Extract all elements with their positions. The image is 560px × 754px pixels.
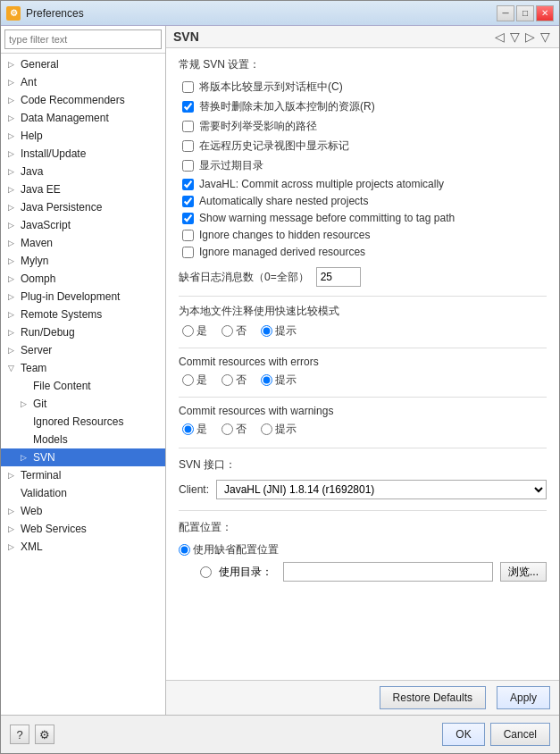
config-default-radio[interactable] (179, 544, 190, 556)
sidebar-item-maven[interactable]: ▷ Maven (1, 234, 165, 252)
sidebar-item-javascript[interactable]: ▷ JavaScript (1, 216, 165, 234)
sidebar-item-web[interactable]: ▷ Web (1, 502, 165, 520)
commit-errors-radio-no[interactable] (221, 374, 233, 386)
checkbox-label-cb7: Automatically share nested projects (199, 195, 368, 207)
checkbox-cb4[interactable] (182, 140, 194, 152)
checkbox-cb6[interactable] (182, 179, 194, 190)
sidebar-item-validation[interactable]: Validation (1, 484, 165, 502)
arrow-icon: ▷ (8, 542, 19, 551)
panel-title: SVN (173, 29, 199, 44)
sidebar-item-label: Web (21, 505, 42, 517)
panel-actions: Restore Defaults Apply (166, 680, 559, 715)
commit-warnings-radio-row: 是 否 提示 (179, 422, 547, 437)
arrow-icon: ▷ (21, 399, 31, 408)
ok-button[interactable]: OK (442, 723, 484, 746)
sidebar-item-label: XML (21, 540, 43, 553)
checkbox-row-1: 将版本比较显示到对话框中(C) (179, 80, 547, 95)
sidebar-item-run-debug[interactable]: ▷ Run/Debug (1, 323, 165, 341)
log-count-input[interactable] (316, 267, 361, 287)
config-custom-radio[interactable] (200, 566, 212, 578)
nav-forward-dropdown-button[interactable]: ▽ (539, 29, 552, 44)
checkbox-cb7[interactable] (182, 196, 194, 207)
compare-mode-no: 否 (221, 323, 247, 339)
sidebar-item-xml[interactable]: ▷ XML (1, 538, 165, 556)
checkbox-cb8[interactable] (182, 213, 194, 224)
sidebar-item-java-persistence[interactable]: ▷ Java Persistence (1, 198, 165, 216)
sidebar-item-label: Server (21, 344, 52, 356)
checkbox-cb3[interactable] (182, 121, 194, 132)
sidebar-item-label: Terminal (21, 469, 61, 482)
cancel-button[interactable]: Cancel (490, 723, 550, 746)
sidebar-item-java[interactable]: ▷ Java (1, 163, 165, 180)
sidebar-item-install-update[interactable]: ▷ Install/Update (1, 145, 165, 163)
compare-mode-title: 为本地文件注释使用快速比较模式 (179, 296, 547, 319)
sidebar-item-java-ee[interactable]: ▷ Java EE (1, 180, 165, 198)
arrow-icon: ▷ (8, 256, 19, 265)
sidebar-item-team[interactable]: ▽ Team (1, 359, 165, 377)
sidebar-item-plugin-development[interactable]: ▷ Plug-in Development (1, 288, 165, 306)
compare-mode-radio-no[interactable] (221, 325, 233, 337)
commit-warnings-radio-no[interactable] (221, 423, 233, 435)
checkbox-cb5[interactable] (182, 160, 194, 172)
sidebar-item-git[interactable]: ▷ Git (1, 395, 165, 413)
sidebar-item-label: Team (21, 362, 46, 374)
commit-warnings-radio-prompt[interactable] (261, 423, 272, 435)
sidebar-item-general[interactable]: ▷ General (1, 55, 165, 73)
commit-errors-label-prompt: 提示 (275, 373, 297, 388)
nav-dropdown-button[interactable]: ▽ (508, 29, 522, 44)
commit-warnings-label-no: 否 (236, 422, 247, 437)
arrow-icon: ▷ (21, 453, 31, 462)
sidebar-item-svn[interactable]: ▷ SVN (1, 448, 165, 466)
commit-errors-label-no: 否 (236, 373, 247, 388)
sidebar-item-web-services[interactable]: ▷ Web Services (1, 520, 165, 538)
checkbox-cb1[interactable] (182, 81, 194, 93)
checkbox-cb9[interactable] (182, 230, 194, 241)
compare-mode-label-no: 否 (236, 323, 247, 339)
compare-mode-radio-yes[interactable] (182, 325, 194, 337)
browse-button[interactable]: 浏览... (500, 562, 547, 582)
sidebar-item-terminal[interactable]: ▷ Terminal (1, 466, 165, 484)
config-dir-input[interactable] (283, 562, 493, 582)
sidebar-item-mylyn[interactable]: ▷ Mylyn (1, 252, 165, 270)
sidebar-item-ant[interactable]: ▷ Ant (1, 73, 165, 91)
minimize-button[interactable]: ─ (497, 5, 514, 21)
maximize-button[interactable]: □ (516, 5, 534, 21)
svn-interface-section: SVN 接口： Client: JavaHL (JNI) 1.8.14 (r16… (179, 448, 547, 499)
sidebar-item-label: Java Persistence (21, 201, 102, 214)
arrow-icon: ▷ (8, 274, 19, 283)
checkbox-cb10[interactable] (182, 247, 194, 258)
nav-back-button[interactable]: ◁ (493, 29, 506, 44)
nav-forward-button[interactable]: ▷ (523, 29, 537, 44)
close-button[interactable]: ✕ (536, 5, 554, 21)
panel-header: SVN ◁ ▽ ▷ ▽ (166, 26, 559, 48)
checkbox-cb2[interactable] (182, 101, 194, 113)
compare-mode-radio-prompt[interactable] (261, 325, 272, 337)
commit-warnings-radio-yes[interactable] (182, 423, 194, 435)
checkbox-label-cb3: 需要时列举受影响的路径 (199, 119, 317, 134)
commit-warnings-title: Commit resources with warnings (179, 397, 547, 417)
filter-input[interactable] (4, 29, 162, 49)
settings-icon-button[interactable]: ⚙ (35, 725, 54, 744)
checkbox-row-4: 在远程历史记录视图中显示标记 (179, 138, 547, 154)
checkbox-label-cb2: 替换时删除未加入版本控制的资源(R) (199, 99, 375, 114)
commit-errors-radio-prompt[interactable] (261, 374, 272, 386)
restore-defaults-button[interactable]: Restore Defaults (380, 686, 486, 709)
client-select[interactable]: JavaHL (JNI) 1.8.14 (r1692801) SVNKit (P… (216, 480, 547, 499)
sidebar-item-code-recommenders[interactable]: ▷ Code Recommenders (1, 91, 165, 109)
commit-errors-radio-yes[interactable] (182, 374, 194, 386)
checkbox-label-cb1: 将版本比较显示到对话框中(C) (199, 80, 343, 95)
sidebar-item-help[interactable]: ▷ Help (1, 127, 165, 145)
compare-mode-radio-row: 是 否 提示 (179, 323, 547, 339)
sidebar-item-data-management[interactable]: ▷ Data Management (1, 109, 165, 127)
sidebar-item-remote-systems[interactable]: ▷ Remote Systems (1, 306, 165, 323)
sidebar-item-oomph[interactable]: ▷ Oomph (1, 270, 165, 288)
commit-errors-yes: 是 (182, 373, 207, 388)
apply-button[interactable]: Apply (497, 686, 550, 709)
help-icon-button[interactable]: ? (10, 725, 29, 744)
sidebar-item-file-content[interactable]: File Content (1, 377, 165, 395)
commit-warnings-yes: 是 (182, 422, 207, 437)
sidebar-item-label: SVN (33, 451, 55, 464)
sidebar-item-server[interactable]: ▷ Server (1, 341, 165, 359)
sidebar-item-models[interactable]: Models (1, 431, 165, 448)
sidebar-item-ignored-resources[interactable]: Ignored Resources (1, 413, 165, 431)
